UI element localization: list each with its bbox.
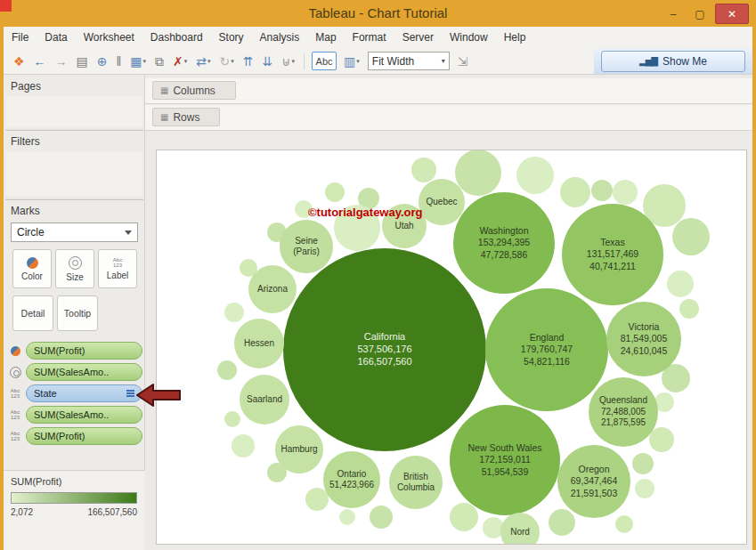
bubble-washington[interactable]: Washington153,294,39547,728,586: [453, 192, 555, 294]
bubble-england[interactable]: England179,760,74754,821,116: [485, 288, 608, 411]
bubble-victoria[interactable]: Victoria81,549,00524,610,045: [606, 302, 681, 376]
bubble-british-columbia[interactable]: BritishColumbia: [389, 456, 443, 509]
bubble-unlabeled[interactable]: [232, 434, 255, 457]
bubble-hessen[interactable]: Hessen: [234, 319, 284, 368]
bubble-unlabeled[interactable]: [549, 509, 575, 536]
legend-max-value: 166,507,560: [87, 507, 137, 517]
bubble-unlabeled[interactable]: [615, 515, 633, 533]
bubble-unlabeled[interactable]: [224, 303, 244, 322]
pill-sum-profit-label[interactable]: SUM(Profit): [26, 427, 142, 445]
duplicate-sheet-icon[interactable]: ⧉: [151, 53, 167, 70]
bubble-new-south-wales[interactable]: New South Wales172,159,01151,954,539: [450, 405, 560, 515]
pill-state-label[interactable]: State: [26, 384, 142, 402]
pill-sum-salesamount-label[interactable]: SUM(SalesAmo..: [26, 406, 142, 424]
refresh-icon[interactable]: ↻▾: [216, 53, 238, 70]
add-data-icon[interactable]: ⊕: [93, 53, 111, 70]
sort-ascending-icon[interactable]: ⇈: [240, 53, 257, 70]
marks-pill-row: Abc123 State: [7, 384, 142, 402]
bubble-unlabeled[interactable]: [613, 180, 638, 205]
swap-axes-icon[interactable]: ⇄▾: [192, 53, 214, 70]
bubble-unlabeled[interactable]: [370, 506, 393, 529]
close-button[interactable]: ✕: [715, 4, 749, 24]
abc-labels-button[interactable]: Abc: [312, 52, 337, 70]
bubble-unlabeled[interactable]: [217, 360, 237, 380]
bubble-unlabeled[interactable]: [635, 479, 654, 498]
legend-gradient-bar[interactable]: [11, 492, 137, 504]
bubble-unlabeled[interactable]: [679, 299, 699, 319]
pause-updates-icon[interactable]: ‖: [113, 53, 126, 70]
redo-icon[interactable]: →: [52, 53, 71, 70]
show-me-button[interactable]: ▂▅▇ Show Me: [601, 51, 745, 72]
bubble-california[interactable]: California537,506,176166,507,560: [283, 248, 486, 451]
bubble-saarland[interactable]: Saarland: [240, 375, 289, 425]
maximize-button[interactable]: ▢: [688, 5, 711, 23]
bubble-unlabeled[interactable]: [455, 150, 501, 196]
rows-shelf[interactable]: ▦ Rows: [145, 105, 752, 131]
tableau-logo-icon[interactable]: ❖: [10, 53, 28, 70]
bubble-quebec[interactable]: Quebec: [419, 179, 465, 225]
bubble-hamburg[interactable]: Hamburg: [275, 425, 323, 473]
menu-item-map[interactable]: Map: [307, 27, 344, 48]
bubble-unlabeled[interactable]: [516, 157, 554, 194]
menu-item-worksheet[interactable]: Worksheet: [76, 27, 142, 48]
pill-sum-salesamount-size[interactable]: SUM(SalesAmo..: [26, 363, 142, 381]
filters-shelf[interactable]: [5, 151, 143, 200]
bubble-unlabeled[interactable]: [411, 158, 436, 182]
bubble-unlabeled[interactable]: [339, 509, 355, 525]
menu-item-format[interactable]: Format: [345, 27, 394, 48]
bubble-unlabeled[interactable]: [649, 427, 674, 452]
bubble-unlabeled[interactable]: [591, 180, 613, 201]
menu-item-help[interactable]: Help: [496, 27, 534, 48]
size-button[interactable]: Size: [55, 249, 94, 288]
detail-button[interactable]: Detail: [12, 295, 53, 331]
save-icon[interactable]: ▤: [73, 53, 92, 70]
bubble-unlabeled[interactable]: [450, 503, 478, 531]
marks-pill-row: Abc123 SUM(SalesAmo..: [7, 406, 142, 424]
label-shelf-icon: Abc123: [7, 388, 23, 399]
size-icon: [69, 256, 82, 270]
bubble-nord[interactable]: Nord: [500, 513, 540, 545]
chevron-down-icon: ▾: [442, 57, 445, 65]
bubble-seine-paris-[interactable]: Seine(Paris): [280, 220, 333, 273]
columns-shelf[interactable]: ▦ Columns: [145, 78, 752, 104]
bubble-unlabeled[interactable]: [224, 411, 240, 427]
bubble-ontario[interactable]: Ontario51,423,966: [323, 451, 380, 508]
tooltip-button[interactable]: Tooltip: [57, 295, 98, 331]
window-border: [0, 0, 4, 550]
sort-icon[interactable]: [126, 390, 134, 397]
sort-descending-icon[interactable]: ⇊: [259, 53, 277, 70]
bubble-texas[interactable]: Texas131,517,46940,741,211: [562, 204, 663, 305]
annotation-arrow-icon: [135, 382, 182, 408]
clear-sheet-icon[interactable]: ✗▾: [169, 53, 191, 70]
label-button[interactable]: Abc123 Label: [98, 249, 137, 288]
menu-item-file[interactable]: File: [4, 27, 37, 48]
bubble-unlabeled[interactable]: [667, 271, 694, 297]
menu-item-window[interactable]: Window: [442, 27, 496, 48]
bubble-unlabeled[interactable]: [672, 218, 710, 255]
fit-width-dropdown[interactable]: Fit Width ▾: [368, 52, 450, 70]
new-worksheet-icon[interactable]: ▦▾: [126, 53, 150, 70]
bubble-chart[interactable]: ©tutorialgateway.org California537,506,1…: [156, 150, 747, 545]
bubble-unlabeled[interactable]: [632, 453, 654, 474]
menu-item-analysis[interactable]: Analysis: [252, 27, 308, 48]
bubble-unlabeled[interactable]: [560, 177, 590, 207]
mark-type-dropdown[interactable]: Circle: [11, 222, 138, 242]
menu-item-data[interactable]: Data: [37, 27, 75, 48]
fix-axes-icon[interactable]: ⇲: [454, 53, 472, 70]
pill-sum-profit-color[interactable]: SUM(Profit): [26, 342, 142, 360]
show-mark-labels-icon[interactable]: ▥▾: [340, 53, 363, 70]
undo-icon[interactable]: ←: [30, 53, 50, 70]
bubble-oregon[interactable]: Oregon69,347,46421,591,503: [557, 445, 630, 518]
group-members-icon[interactable]: ⊎▾: [278, 53, 298, 70]
chevron-down-icon: [125, 231, 132, 235]
color-shelf-icon: [7, 346, 23, 356]
menu-item-dashboard[interactable]: Dashboard: [142, 27, 211, 48]
color-button[interactable]: Color: [12, 249, 52, 288]
pages-shelf[interactable]: [5, 96, 143, 131]
bubble-unlabeled[interactable]: [325, 182, 345, 202]
bubble-queensland[interactable]: Queensland72,488,00521,875,595: [589, 377, 658, 447]
bubble-arizona[interactable]: Arizona: [248, 265, 297, 313]
menu-item-story[interactable]: Story: [211, 27, 252, 48]
minimize-button[interactable]: –: [662, 5, 685, 23]
menu-item-server[interactable]: Server: [394, 27, 442, 48]
